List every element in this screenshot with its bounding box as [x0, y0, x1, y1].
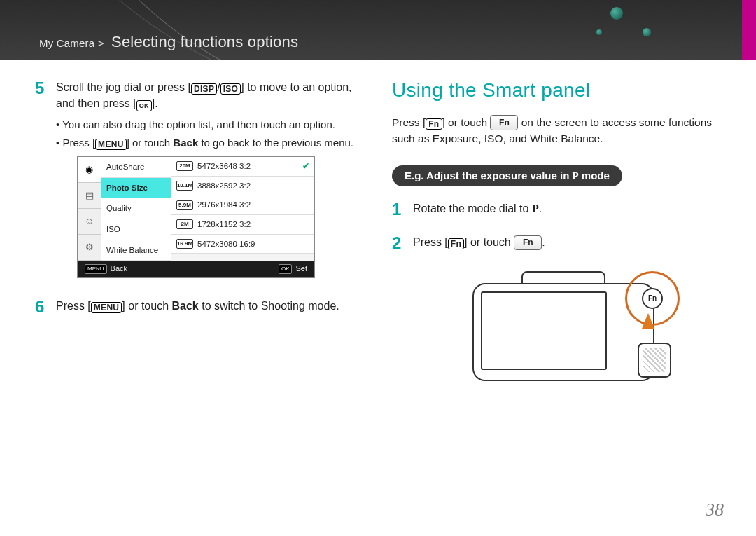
- back-label: Back: [172, 300, 199, 312]
- size-icon: 2M: [176, 219, 193, 229]
- header-band: My Camera > Selecting functions options: [0, 0, 756, 60]
- iso-icon: ISO: [220, 83, 241, 95]
- camera-grip-icon: [638, 343, 671, 378]
- text: Press [: [413, 236, 448, 248]
- step-body: Scroll the jog dial or press [DISP/ISO] …: [56, 79, 371, 278]
- breadcrumb: My Camera > Selecting functions options: [39, 33, 298, 51]
- text: Rotate the mode dial to: [413, 202, 532, 214]
- value: 2976x1984 3:2: [197, 199, 251, 211]
- footer-set: Set: [295, 263, 307, 275]
- arrow-up-icon: [642, 313, 654, 329]
- fn-button-icon: Fn: [490, 115, 518, 130]
- menu-icon: MENU: [85, 264, 107, 274]
- table-row: 5.9M2976x1984 3:2: [172, 195, 314, 215]
- table-row: 20M5472x3648 3:2✔: [172, 157, 314, 177]
- footer-back: Back: [111, 263, 127, 275]
- sub-bullets: You can also drag the option list, and t…: [56, 117, 371, 151]
- step-6: 6 Press [MENU] or touch Back to switch t…: [35, 298, 371, 316]
- fn-button-icon: Fn: [514, 235, 542, 250]
- step-body: Press [MENU] or touch Back to switch to …: [56, 298, 371, 316]
- lcd-side-tabs: ◉ ▤ ☺ ⚙: [78, 157, 102, 261]
- value: 5472x3080 16:9: [197, 238, 255, 250]
- text: Press [: [392, 116, 426, 128]
- bullet: You can also drag the option list, and t…: [56, 117, 371, 132]
- text: .: [542, 236, 545, 248]
- user-icon: ☺: [78, 209, 101, 235]
- list-item: White Balance: [102, 240, 171, 261]
- menu-icon: MENU: [91, 302, 122, 313]
- table-row: 2M1728x1152 3:2: [172, 215, 314, 235]
- example-pill: E.g. Adjust the exposure value in P mode: [392, 165, 622, 186]
- camera-illustration: Fn: [465, 259, 676, 392]
- step-number: 5: [35, 79, 48, 278]
- step-2: 2 Press [Fn] or touch Fn. Fn: [392, 234, 728, 392]
- lcd-screenshot: ◉ ▤ ☺ ⚙ AutoShare Photo Size Quality ISO…: [77, 156, 315, 278]
- text: ].: [152, 97, 158, 109]
- intro-paragraph: Press [Fn] or touch Fn on the screen to …: [392, 114, 728, 147]
- list-item-selected: Photo Size: [102, 178, 171, 199]
- ok-icon: OK: [136, 100, 152, 111]
- text: mode: [579, 170, 610, 181]
- back-label: Back: [173, 137, 198, 149]
- decor-dot: [596, 29, 602, 35]
- disp-icon: DISP: [191, 83, 217, 95]
- step-body: Rotate the mode dial to P.: [413, 200, 728, 219]
- text: .: [539, 202, 542, 214]
- check-icon: ✔: [302, 160, 309, 172]
- list-item: ISO: [102, 219, 171, 240]
- table-row: 16.9M5472x3080 16:9: [172, 235, 314, 254]
- p-mode-icon: P: [573, 170, 579, 181]
- text: E.g. Adjust the exposure value in: [405, 170, 573, 181]
- lcd-values: 20M5472x3648 3:2✔ 10.1M3888x2592 3:2 5.9…: [172, 157, 314, 261]
- fn-icon: Fn: [448, 238, 464, 249]
- bullet: Press [MENU] or touch Back to go back to…: [56, 135, 371, 151]
- lcd-option-list: AutoShare Photo Size Quality ISO White B…: [102, 157, 172, 261]
- step-1: 1 Rotate the mode dial to P.: [392, 200, 728, 219]
- text: ] or touch: [122, 300, 172, 312]
- fn-icon: Fn: [426, 118, 442, 130]
- right-column: Using the Smart panel Press [Fn] or touc…: [392, 79, 728, 407]
- gear-icon: ⚙: [78, 235, 101, 261]
- size-icon: 5.9M: [176, 200, 193, 210]
- ok-icon: OK: [279, 264, 293, 274]
- text: to go back to the previous menu.: [198, 137, 354, 149]
- magenta-accent: [742, 0, 756, 60]
- text: Press [: [56, 300, 91, 312]
- menu-icon: MENU: [95, 139, 127, 150]
- step-number: 6: [35, 298, 48, 316]
- text: Press [: [62, 137, 95, 149]
- step-number: 2: [392, 234, 405, 392]
- section-heading: Using the Smart panel: [392, 79, 728, 102]
- step-number: 1: [392, 200, 405, 219]
- size-icon: 10.1M: [176, 181, 193, 191]
- list-item: AutoShare: [102, 157, 171, 178]
- lcd-footer: MENUBack OKSet: [78, 261, 314, 277]
- step-body: Press [Fn] or touch Fn. Fn: [413, 234, 728, 392]
- value: 1728x1152 3:2: [197, 219, 251, 231]
- table-row: 10.1M3888x2592 3:2: [172, 177, 314, 196]
- page-number: 38: [706, 500, 724, 521]
- size-icon: 20M: [176, 161, 193, 171]
- text: ] or touch: [127, 137, 174, 149]
- camera-icon: ◉: [78, 157, 101, 183]
- decor-dot: [643, 28, 651, 36]
- breadcrumb-root: My Camera: [39, 37, 94, 49]
- value: 3888x2592 3:2: [197, 180, 251, 192]
- left-column: 5 Scroll the jog dial or press [DISP/ISO…: [35, 79, 371, 407]
- breadcrumb-section: Selecting functions options: [111, 33, 298, 50]
- value: 5472x3648 3:2: [197, 160, 251, 172]
- movie-icon: ▤: [78, 183, 101, 209]
- step-5: 5 Scroll the jog dial or press [DISP/ISO…: [35, 79, 371, 278]
- list-item: Quality: [102, 198, 171, 219]
- size-icon: 16.9M: [176, 239, 193, 249]
- p-mode-icon: P: [532, 202, 539, 214]
- text: ] or touch: [464, 236, 514, 248]
- text: /: [217, 81, 220, 93]
- text: to switch to Shooting mode.: [199, 300, 340, 312]
- camera-screen-icon: [481, 291, 607, 370]
- text: Scroll the jog dial or press [: [56, 81, 191, 93]
- decor-dot: [610, 7, 623, 20]
- text: ] or touch: [442, 116, 491, 128]
